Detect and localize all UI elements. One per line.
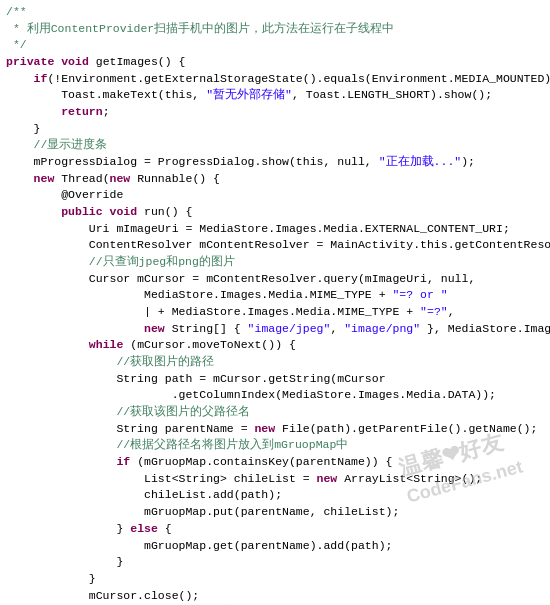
code-line: Cursor mCursor = mContentResolver.query(… <box>6 271 544 288</box>
code-line: return; <box>6 104 544 121</box>
code-line: List<String> chileList = new ArrayList<S… <box>6 471 544 488</box>
code-line: } else { <box>6 521 544 538</box>
code-line: | + MediaStore.Images.Media.MIME_TYPE + … <box>6 304 544 321</box>
code-line: String path = mCursor.getString(mCursor <box>6 371 544 388</box>
code-line: .getColumnIndex(MediaStore.Images.Media.… <box>6 387 544 404</box>
code-line: /** <box>6 4 544 21</box>
code-line: String parentName = new File(path).getPa… <box>6 421 544 438</box>
code-line: //获取图片的路径 <box>6 354 544 371</box>
code-line: if(!Environment.getExternalStorageState(… <box>6 71 544 88</box>
code-line: } <box>6 554 544 571</box>
code-line: while (mCursor.moveToNext()) { <box>6 337 544 354</box>
code-line: mCursor.close(); <box>6 588 544 605</box>
code-container: /** * 利用ContentProvider扫描手机中的图片，此方法在运行在子… <box>0 0 550 605</box>
code-line: //根据父路径名将图片放入到mGruopMap中 <box>6 437 544 454</box>
code-line: * 利用ContentProvider扫描手机中的图片，此方法在运行在子线程中 <box>6 21 544 38</box>
code-line: chileList.add(path); <box>6 487 544 504</box>
code-line: @Override <box>6 187 544 204</box>
code-line: public void run() { <box>6 204 544 221</box>
code-line: Toast.makeText(this, "暂无外部存储", Toast.LEN… <box>6 87 544 104</box>
code-line: mGruopMap.put(parentName, chileList); <box>6 504 544 521</box>
code-line: if (mGruopMap.containsKey(parentName)) { <box>6 454 544 471</box>
code-line: } <box>6 121 544 138</box>
code-line: mProgressDialog = ProgressDialog.show(th… <box>6 154 544 171</box>
code-line: Uri mImageUri = MediaStore.Images.Media.… <box>6 221 544 238</box>
code-line: new Thread(new Runnable() { <box>6 171 544 188</box>
code-line: */ <box>6 37 544 54</box>
code-line: MediaStore.Images.Media.MIME_TYPE + "=? … <box>6 287 544 304</box>
code-line: ContentResolver mContentResolver = MainA… <box>6 237 544 254</box>
code-line: //只查询jpeg和png的图片 <box>6 254 544 271</box>
code-line: private void getImages() { <box>6 54 544 71</box>
code-line: new String[] { "image/jpeg", "image/png"… <box>6 321 544 338</box>
code-line: //获取该图片的父路径名 <box>6 404 544 421</box>
code-block: /** * 利用ContentProvider扫描手机中的图片，此方法在运行在子… <box>6 4 544 605</box>
code-line: } <box>6 571 544 588</box>
code-line: //显示进度条 <box>6 137 544 154</box>
code-line: mGruopMap.get(parentName).add(path); <box>6 538 544 555</box>
